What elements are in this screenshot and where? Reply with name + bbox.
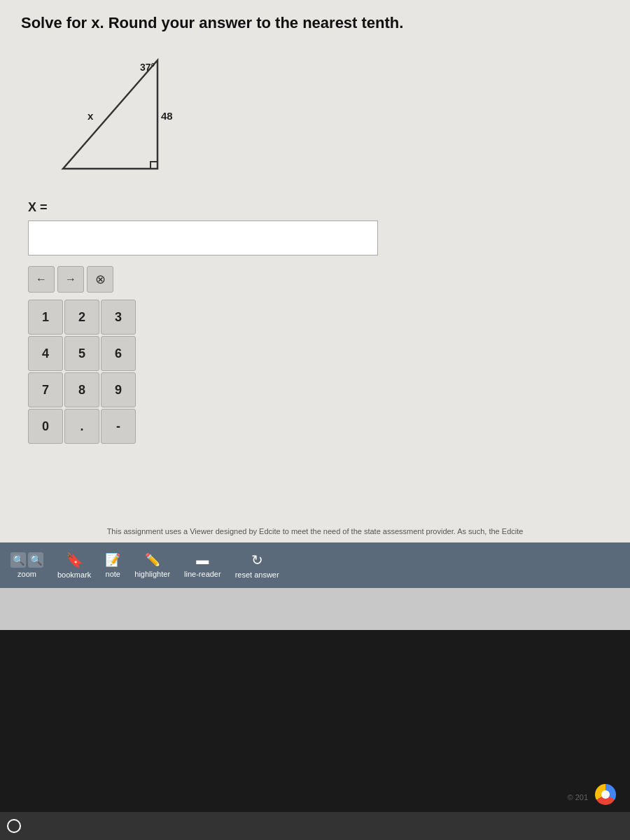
- toolbar: 🔍 🔍 zoom 🔖 bookmark 📝 note ✏️ highlighte…: [0, 542, 630, 588]
- svg-text:48: 48: [161, 110, 173, 122]
- nav-buttons: ← → ⊗: [28, 266, 609, 293]
- key-3[interactable]: 3: [101, 300, 136, 335]
- clear-button[interactable]: ⊗: [87, 266, 113, 293]
- reset-label: reset answer: [235, 570, 279, 579]
- line-reader-tool[interactable]: ▬ line-reader: [184, 553, 221, 578]
- clear-icon: ⊗: [95, 272, 106, 287]
- forward-icon: →: [65, 273, 76, 286]
- question-title: Solve for x. Round your answer to the ne…: [21, 14, 609, 32]
- svg-marker-0: [63, 60, 158, 169]
- zoom-in-icon[interactable]: 🔍: [28, 552, 43, 568]
- note-tool[interactable]: 📝 note: [105, 552, 120, 578]
- key-6[interactable]: 6: [101, 336, 136, 371]
- numpad: 1 2 3 4 5 6 7 8 9 0 . -: [28, 300, 609, 480]
- note-icon: 📝: [105, 552, 120, 568]
- note-label: note: [106, 570, 120, 578]
- taskbar: [0, 812, 630, 840]
- key-8[interactable]: 8: [64, 372, 99, 407]
- highlighter-icon: ✏️: [145, 552, 160, 568]
- key-0[interactable]: 0: [28, 409, 63, 444]
- bookmark-label: bookmark: [57, 570, 91, 579]
- footer-text: This assignment uses a Viewer designed b…: [0, 521, 630, 542]
- answer-section: X =: [28, 200, 609, 255]
- key-2[interactable]: 2: [64, 300, 99, 335]
- svg-text:37°: 37°: [140, 62, 155, 73]
- key-5[interactable]: 5: [64, 336, 99, 371]
- content-area: Solve for x. Round your answer to the ne…: [0, 0, 630, 588]
- copyright: © 201: [567, 793, 588, 802]
- answer-label: X =: [28, 200, 609, 215]
- bookmark-icon: 🔖: [66, 552, 83, 568]
- line-reader-label: line-reader: [184, 570, 221, 578]
- triangle-diagram: 37° x 48: [49, 46, 203, 186]
- back-icon: ←: [36, 273, 47, 286]
- chrome-icon[interactable]: [595, 784, 616, 805]
- key-dot[interactable]: .: [64, 409, 99, 444]
- black-area: [0, 630, 630, 812]
- zoom-label: zoom: [18, 570, 36, 578]
- zoom-tool[interactable]: 🔍 🔍 zoom: [10, 552, 43, 578]
- highlighter-tool[interactable]: ✏️ highlighter: [134, 552, 170, 578]
- key-9[interactable]: 9: [101, 372, 136, 407]
- line-reader-icon: ▬: [196, 553, 209, 568]
- highlighter-label: highlighter: [134, 570, 170, 578]
- bookmark-tool[interactable]: 🔖 bookmark: [57, 552, 91, 579]
- reset-answer-tool[interactable]: ↻ reset answer: [235, 552, 279, 579]
- key-minus[interactable]: -: [101, 409, 136, 444]
- key-4[interactable]: 4: [28, 336, 63, 371]
- svg-text:x: x: [88, 110, 94, 122]
- taskbar-circle-icon[interactable]: [7, 819, 21, 833]
- zoom-out-icon[interactable]: 🔍: [10, 552, 26, 568]
- key-1[interactable]: 1: [28, 300, 63, 335]
- key-7[interactable]: 7: [28, 372, 63, 407]
- forward-button[interactable]: →: [57, 266, 84, 293]
- back-button[interactable]: ←: [28, 266, 55, 293]
- reset-icon: ↻: [251, 552, 263, 568]
- answer-input-box[interactable]: [28, 220, 378, 255]
